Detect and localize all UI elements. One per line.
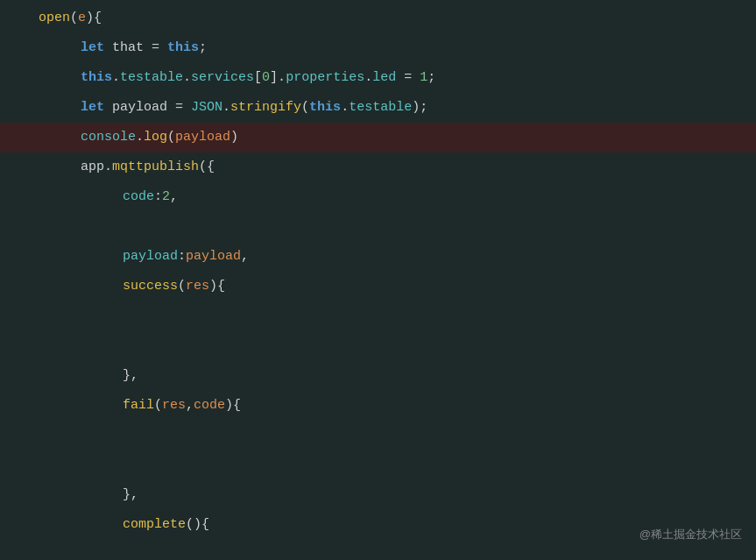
token: res (186, 272, 209, 301)
token (104, 33, 112, 63)
token: properties (286, 63, 364, 93)
token: mqttpublish (112, 152, 199, 182)
token: this (167, 33, 199, 63)
code-line-12 (0, 331, 756, 361)
token: . (136, 123, 144, 152)
token: . (183, 63, 191, 93)
token: this (309, 93, 341, 123)
token: stringify (230, 93, 301, 123)
token: ({ (199, 152, 215, 182)
token: }, (123, 361, 138, 391)
token: payload (186, 242, 241, 272)
code-line-16 (0, 450, 756, 480)
token: [ (254, 63, 262, 93)
token: console (81, 123, 136, 152)
token: code (194, 391, 225, 421)
token: testable (120, 63, 183, 93)
code-line-9: payload:payload, (0, 242, 756, 272)
token: testable (349, 93, 412, 123)
code-line-6: app.mqttpublish({ (0, 152, 756, 182)
token: ( (167, 123, 175, 152)
token: , (186, 391, 194, 421)
token: log (144, 123, 167, 152)
token: (){ (186, 510, 209, 540)
token: payload (123, 242, 178, 272)
token-that: that (112, 33, 144, 63)
code-line-7: code:2, (0, 182, 756, 212)
code-editor: open(e){ let that = this; this.testable.… (0, 0, 756, 560)
token: led (372, 63, 396, 93)
token: ){ (225, 391, 241, 421)
token: 0 (262, 63, 270, 93)
code-line-15 (0, 421, 756, 450)
token: JSON (191, 93, 223, 123)
code-line-1: open(e){ (0, 4, 756, 33)
token: ); (412, 93, 427, 123)
token: ( (154, 391, 162, 421)
token: e (78, 4, 86, 33)
token: services (191, 63, 254, 93)
token: = (396, 63, 420, 93)
token: code (123, 182, 154, 212)
code-line-3: this.testable.services[0].properties.led… (0, 63, 756, 93)
token: ) (230, 123, 238, 152)
code-line-14: fail(res,code){ (0, 391, 756, 421)
token: = (144, 33, 167, 63)
code-line-2: let that = this; (0, 33, 756, 63)
token: ){ (86, 4, 102, 33)
code-line-17: }, (0, 480, 756, 510)
token: let (81, 93, 104, 123)
token: ; (427, 63, 435, 93)
token: 2 (162, 182, 170, 212)
token: ){ (209, 272, 225, 301)
token: ( (301, 93, 309, 123)
token: payload = (104, 93, 191, 123)
token: ( (178, 272, 186, 301)
token: payload (175, 123, 230, 152)
token: . (223, 93, 230, 123)
code-line-11 (0, 301, 756, 331)
token: }, (123, 480, 138, 510)
token: 1 (420, 63, 427, 93)
token: ]. (270, 63, 286, 93)
watermark: @稀土掘金技术社区 (639, 520, 742, 549)
token: success (123, 272, 178, 301)
code-line-13: }, (0, 361, 756, 391)
token: : (178, 242, 186, 272)
token: , (170, 182, 178, 212)
code-line-8 (0, 212, 756, 242)
token: open (39, 4, 70, 33)
token: . (341, 93, 349, 123)
token: app. (81, 152, 112, 182)
token: ; (199, 33, 207, 63)
code-line-4: let payload = JSON.stringify(this.testab… (0, 93, 756, 123)
token: let (81, 33, 104, 63)
token: . (112, 63, 120, 93)
token: ( (70, 4, 78, 33)
token: complete (123, 510, 186, 540)
token: fail (123, 391, 154, 421)
code-line-5: console.log(payload) (0, 123, 756, 152)
code-line-10: success(res){ (0, 272, 756, 301)
token: : (154, 182, 162, 212)
token: , (241, 242, 249, 272)
token: res (162, 391, 186, 421)
token: . (364, 63, 372, 93)
token: this (81, 63, 112, 93)
